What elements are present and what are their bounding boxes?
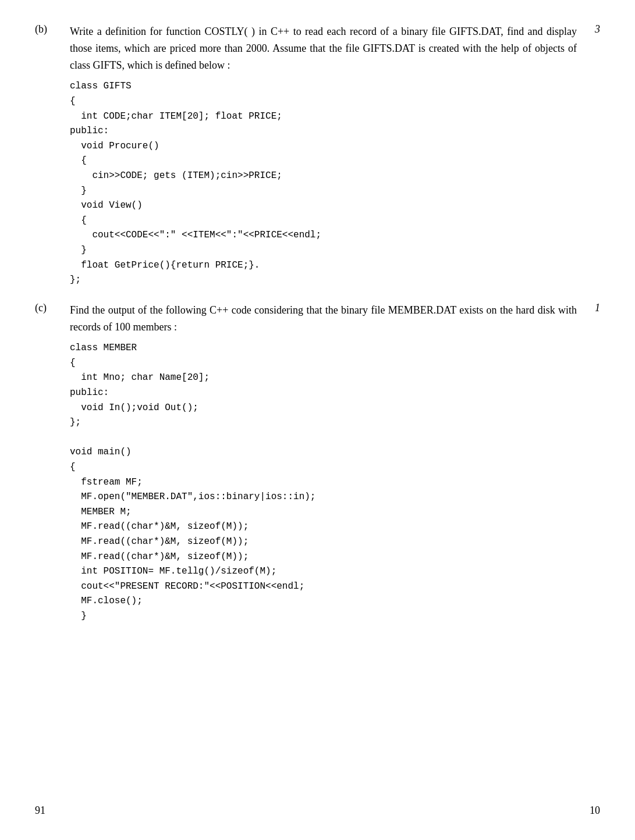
- code-line: fstream MF;: [70, 475, 577, 490]
- code-line: int POSITION= MF.tellg()/sizeof(M);: [70, 564, 577, 579]
- code-line: }: [70, 609, 577, 624]
- question-c-text: Find the output of the following C++ cod…: [70, 302, 577, 336]
- question-c-marks: 1: [577, 302, 600, 314]
- code-line: {: [70, 213, 577, 229]
- question-b-code: class GIFTS { int CODE;char ITEM[20]; fl…: [70, 79, 577, 287]
- code-line: MF.close();: [70, 594, 577, 609]
- code-line: cin>>CODE; gets (ITEM);cin>>PRICE;: [70, 169, 577, 184]
- code-line: void In();void Out();: [70, 401, 577, 416]
- code-line: MEMBER M;: [70, 505, 577, 520]
- question-c-label: (c): [35, 302, 70, 314]
- question-c-content: Find the output of the following C++ cod…: [70, 302, 577, 624]
- code-line: class MEMBER: [70, 341, 577, 356]
- code-line: {: [70, 94, 577, 109]
- code-line: {: [70, 460, 577, 475]
- code-line: };: [70, 273, 577, 288]
- code-line: int CODE;char ITEM[20]; float PRICE;: [70, 109, 577, 124]
- footer-page-number-left: 91: [35, 805, 45, 817]
- code-line: public:: [70, 386, 577, 401]
- code-line: cout<<CODE<<":" <<ITEM<<":"<<PRICE<<endl…: [70, 228, 577, 243]
- question-c-code: class MEMBER { int Mno; char Name[20]; p…: [70, 341, 577, 624]
- code-line: MF.open("MEMBER.DAT",ios::binary|ios::in…: [70, 490, 577, 505]
- code-line: };: [70, 415, 577, 430]
- code-line: class GIFTS: [70, 79, 577, 94]
- page-footer: 91 10: [35, 805, 600, 817]
- question-b-text: Write a definition for function COSTLY( …: [70, 23, 577, 73]
- question-b-marks: 3: [577, 23, 600, 35]
- footer-page-number-center: 10: [590, 805, 600, 817]
- code-line: cout<<"PRESENT RECORD:"<<POSITION<<endl;: [70, 579, 577, 595]
- code-line: void View(): [70, 198, 577, 213]
- page: (b) Write a definition for function COST…: [0, 0, 635, 840]
- code-line: void Procure(): [70, 139, 577, 154]
- code-line: }: [70, 243, 577, 258]
- code-line: {: [70, 356, 577, 371]
- code-line: void main(): [70, 445, 577, 460]
- code-line: }: [70, 184, 577, 199]
- question-b: (b) Write a definition for function COST…: [35, 23, 600, 288]
- code-line: float GetPrice(){return PRICE;}.: [70, 258, 577, 273]
- code-line: {: [70, 154, 577, 169]
- question-b-label: (b): [35, 23, 70, 35]
- code-line: int Mno; char Name[20];: [70, 371, 577, 386]
- code-line: public:: [70, 124, 577, 139]
- code-line: MF.read((char*)&M, sizeof(M));: [70, 519, 577, 535]
- code-line: MF.read((char*)&M, sizeof(M));: [70, 535, 577, 550]
- code-line: MF.read((char*)&M, sizeof(M));: [70, 550, 577, 565]
- code-line: [70, 430, 577, 446]
- question-b-content: Write a definition for function COSTLY( …: [70, 23, 577, 288]
- question-c: (c) Find the output of the following C++…: [35, 302, 600, 624]
